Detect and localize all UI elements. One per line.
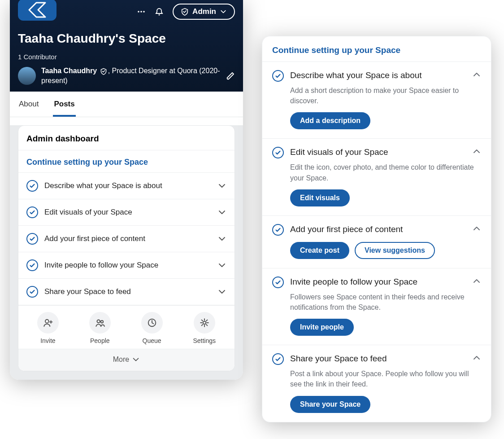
chevron-up-icon[interactable]	[472, 70, 481, 79]
setup-task-title: Invite people to follow your Space	[290, 277, 466, 288]
admin-dashboard-card: Admin dashboard Continue setting up your…	[18, 125, 235, 371]
chevron-up-icon[interactable]	[472, 147, 481, 156]
setup-panel-title: Continue setting up your Space	[262, 36, 491, 62]
qa-label: People	[90, 337, 110, 344]
check-circle-icon	[272, 353, 284, 365]
setup-task-desc: Add a short description to make your Spa…	[290, 85, 481, 106]
space-page-panel: Admin Taaha Chaudhry's Space 1 Contribut…	[10, 0, 243, 380]
quick-action-queue[interactable]: Queue	[141, 312, 163, 344]
admin-label: Admin	[192, 7, 216, 16]
invite-people-button[interactable]: Invite people	[290, 319, 354, 336]
check-circle-icon	[26, 286, 38, 298]
task-label: Describe what your Space is about	[44, 181, 211, 190]
setup-expanded-panel: Continue setting up your Space Describe …	[262, 36, 491, 422]
task-content[interactable]: Add your first piece of content	[18, 226, 235, 252]
dashboard-title: Admin dashboard	[18, 126, 235, 150]
check-circle-icon	[272, 224, 284, 236]
verified-shield-icon	[100, 68, 107, 75]
qa-label: Queue	[143, 337, 161, 344]
setup-task-content: Add your first piece of content Create p…	[262, 216, 491, 268]
gear-icon	[200, 318, 209, 328]
share-space-button[interactable]: Share your Space	[290, 396, 370, 413]
chevron-down-icon	[132, 356, 140, 364]
edit-visuals-button[interactable]: Edit visuals	[290, 189, 350, 206]
pencil-icon	[226, 71, 235, 80]
task-share[interactable]: Share your Space to feed	[18, 279, 235, 305]
notifications-icon[interactable]	[155, 7, 164, 16]
tab-about[interactable]: About	[18, 92, 39, 117]
check-circle-icon	[26, 259, 38, 271]
contributor-row: Taaha Chaudhry , Product Designer at Quo…	[18, 66, 235, 85]
qa-label: Invite	[40, 337, 55, 344]
task-describe[interactable]: Describe what your Space is about	[18, 173, 235, 199]
quick-action-invite[interactable]: Invite	[37, 312, 59, 344]
setup-task-title: Describe what your Space is about	[290, 70, 466, 81]
check-circle-icon	[26, 206, 38, 218]
space-logo-badge	[18, 0, 56, 21]
admin-dropdown[interactable]: Admin	[173, 4, 235, 20]
view-suggestions-button[interactable]: View suggestions	[355, 242, 435, 259]
chevron-down-icon	[217, 208, 226, 217]
task-label: Share your Space to feed	[44, 287, 211, 296]
check-circle-icon	[272, 70, 284, 82]
setup-task-describe: Describe what your Space is about Add a …	[262, 62, 491, 139]
chevron-down-icon	[217, 287, 226, 296]
create-post-button[interactable]: Create post	[290, 242, 349, 259]
chevron-up-icon[interactable]	[472, 224, 481, 233]
contributor-name: Taaha Chaudhry	[41, 67, 97, 75]
quick-action-settings[interactable]: Settings	[193, 312, 216, 344]
check-circle-icon	[26, 233, 38, 245]
check-circle-icon	[26, 180, 38, 192]
add-description-button[interactable]: Add a description	[290, 112, 370, 129]
setup-task-desc: Edit the icon, cover photo, and theme co…	[290, 162, 481, 183]
chevron-down-icon	[217, 181, 226, 190]
more-options-icon[interactable]	[137, 7, 146, 16]
quick-actions: Invite People Queue Settings	[18, 305, 235, 349]
avatar[interactable]	[18, 67, 36, 85]
hero-section: Admin Taaha Chaudhry's Space 1 Contribut…	[10, 0, 243, 92]
people-icon	[95, 318, 105, 328]
more-toggle[interactable]: More	[18, 349, 235, 371]
chevron-down-icon	[220, 8, 227, 15]
setup-task-desc: Followers see Space content in their fee…	[290, 292, 481, 312]
tabs: About Posts	[10, 92, 243, 117]
clock-icon	[147, 318, 157, 328]
quick-action-people[interactable]: People	[89, 312, 111, 344]
chevron-down-icon	[217, 234, 226, 243]
task-visuals[interactable]: Edit visuals of your Space	[18, 199, 235, 226]
person-plus-icon	[43, 318, 53, 328]
setup-task-visuals: Edit visuals of your Space Edit the icon…	[262, 139, 491, 215]
task-label: Edit visuals of your Space	[44, 208, 211, 217]
setup-task-desc: Post a link about your Space. People who…	[290, 369, 481, 389]
setup-task-title: Edit visuals of your Space	[290, 147, 466, 158]
contributor-text: Taaha Chaudhry , Product Designer at Quo…	[41, 66, 221, 85]
shield-icon	[181, 8, 189, 16]
setup-task-title: Share your Space to feed	[290, 353, 466, 364]
chevron-up-icon[interactable]	[472, 353, 481, 362]
task-label: Invite people to follow your Space	[44, 261, 211, 270]
tab-posts[interactable]: Posts	[53, 92, 75, 117]
task-invite[interactable]: Invite people to follow your Space	[18, 252, 235, 279]
chevron-up-icon[interactable]	[472, 277, 481, 285]
edit-profile-button[interactable]	[226, 71, 235, 80]
dashboard-setup-title: Continue setting up your Space	[18, 150, 235, 173]
more-label: More	[113, 356, 129, 364]
check-circle-icon	[272, 277, 284, 288]
role-separator: ,	[108, 67, 112, 75]
task-label: Add your first piece of content	[44, 234, 211, 243]
space-logo-icon	[28, 2, 46, 18]
setup-task-share: Share your Space to feed Post a link abo…	[262, 345, 491, 421]
space-title: Taaha Chaudhry's Space	[18, 31, 235, 46]
check-circle-icon	[272, 147, 284, 158]
chevron-down-icon	[217, 261, 226, 270]
setup-task-invite: Invite people to follow your Space Follo…	[262, 268, 491, 345]
contributors-count: 1 Contributor	[18, 53, 235, 61]
setup-task-title: Add your first piece of content	[290, 224, 466, 235]
qa-label: Settings	[193, 337, 216, 344]
